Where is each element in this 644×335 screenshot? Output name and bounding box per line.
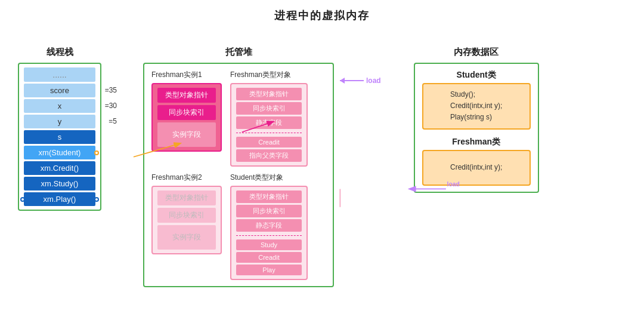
student-type-object: Student类型对象 类型对象指针 同步块索引 静态字段 Study Crea… (230, 173, 308, 280)
freshman-type-object: Freshman类型对象 类型对象指针 同步块索引 静态字段 Creadit 指… (230, 70, 308, 167)
student-type-field-2: 同步块索引 (236, 205, 302, 217)
student-class-title: Student类 (422, 70, 531, 81)
arrow-dot-left (20, 197, 25, 202)
student-type-label: Student类型对象 (230, 173, 308, 183)
thread-stack-section: 线程栈 ...... score =35 x =30 y =5 s xm(Stu… (12, 47, 107, 211)
freshman-type-field-4: Creadit (236, 137, 302, 147)
instance2-field-3: 实例字段 (157, 225, 216, 250)
stack-row-xm-credit: xm.Credit() (24, 161, 95, 175)
freshman-type-field-5: 指向父类字段 (236, 149, 302, 162)
memory-label: 内存数据区 (454, 47, 499, 58)
instance1-field-3: 实例字段 (157, 122, 216, 147)
stack-row-xm-student: xm(Student) (24, 146, 95, 159)
student-type-field-5: Creadit (236, 252, 302, 263)
freshman-type-box: 类型对象指针 同步块索引 静态字段 Creadit 指向父类字段 (230, 83, 308, 167)
instance2-field-2: 同步块索引 (157, 208, 216, 223)
heap-section: 托管堆 Freshman实例1 类型对象指针 同步块索引 实例字段 Freshm… (143, 47, 334, 287)
instance1-field-2: 同步块索引 (157, 105, 216, 120)
arrow-dot-right2 (94, 197, 99, 202)
freshman-type-field-1: 类型对象指针 (236, 88, 302, 100)
stack-row-xm-play: xm.Play() (24, 192, 95, 206)
heap-instance1: Freshman实例1 类型对象指针 同步块索引 实例字段 (151, 70, 222, 152)
heap-label: 托管堆 (225, 47, 252, 58)
student-type-field-3: 静态字段 (236, 219, 302, 232)
load-arrow-area: load (340, 76, 381, 85)
memory-outer: Student类 Study(); Credit(intx,int y); Pl… (414, 63, 539, 193)
freshman-type-field-2: 同步块索引 (236, 102, 302, 115)
stack-value-y: =5 (109, 117, 117, 125)
student-type-field-4: Study (236, 239, 302, 250)
stack-row-y: y =5 (24, 115, 95, 128)
student-class-group: Student类 Study(); Credit(intx,int y); Pl… (422, 70, 531, 130)
stack-value-score: =35 (105, 86, 117, 94)
freshman-class-title: Freshman类 (422, 137, 531, 147)
freshman-type-field-3: 静态字段 (236, 116, 302, 129)
stack-row-x: x =30 (24, 99, 95, 113)
freshman-class-box: Credit(intx,int y); (422, 150, 531, 186)
instance1-box: 类型对象指针 同步块索引 实例字段 (151, 83, 222, 152)
heap-outer: Freshman实例1 类型对象指针 同步块索引 实例字段 Freshman类型… (143, 63, 334, 287)
instance1-label: Freshman实例1 (151, 70, 222, 80)
instance2-box: 类型对象指针 同步块索引 实例字段 (151, 186, 222, 254)
stack-value-x: =30 (105, 102, 117, 110)
instance2-label: Freshman实例2 (151, 173, 222, 183)
stack-row-xm-study: xm.Study() (24, 177, 95, 190)
stack-box: ...... score =35 x =30 y =5 s xm(Student… (18, 63, 101, 211)
memory-section: 内存数据区 Student类 Study(); Credit(intx,int … (411, 47, 542, 193)
student-type-field-1: 类型对象指针 (236, 190, 302, 203)
freshman-type-label: Freshman类型对象 (230, 70, 308, 80)
stack-row-dots: ...... (24, 67, 95, 82)
freshman-class-group: Freshman类 Credit(intx,int y); (422, 137, 531, 186)
student-type-box: 类型对象指针 同步块索引 静态字段 Study Creadit Play (230, 186, 308, 280)
stack-row-score: score =35 (24, 84, 95, 97)
page-title: 进程中的虚拟内存 (274, 8, 370, 23)
stack-row-s: s (24, 130, 95, 144)
instance1-field-1: 类型对象指针 (157, 88, 216, 103)
thread-stack-label: 线程栈 (47, 47, 73, 58)
instance2-field-1: 类型对象指针 (157, 190, 216, 205)
heap-instance2: Freshman实例2 类型对象指针 同步块索引 实例字段 (151, 173, 222, 254)
student-class-box: Study(); Credit(intx,int y); Play(string… (422, 83, 531, 130)
load-label: load (366, 76, 381, 85)
student-type-field-6: Play (236, 265, 302, 275)
arrow-dot-right (94, 150, 99, 155)
